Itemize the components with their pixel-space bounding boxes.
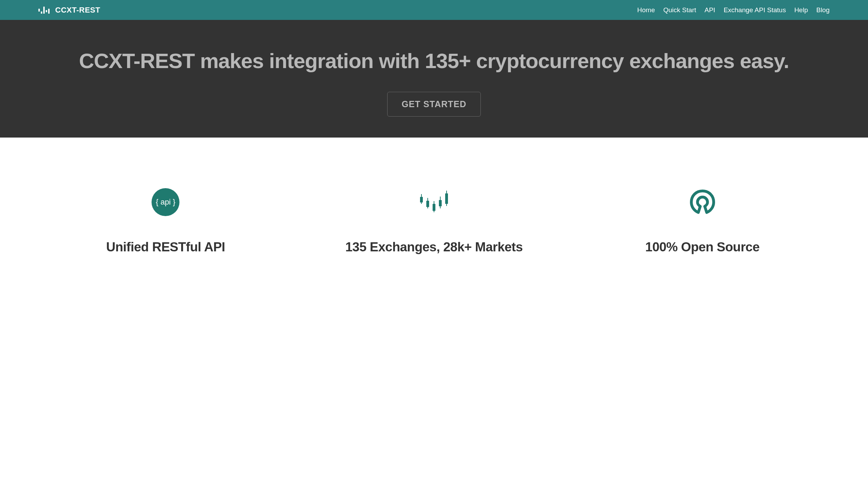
feature-title: Unified RESTful API: [38, 239, 293, 256]
feature-unified-api: { api } Unified RESTful API: [38, 186, 293, 256]
feature-title: 135 Exchanges, 28k+ Markets: [307, 239, 561, 256]
brand-name: CCXT-REST: [55, 6, 100, 15]
api-icon: { api }: [38, 186, 293, 218]
nav-link-blog[interactable]: Blog: [816, 6, 830, 14]
logo-icon: [38, 7, 50, 14]
nav-links: Home Quick Start API Exchange API Status…: [637, 6, 830, 14]
navbar-brand[interactable]: CCXT-REST: [38, 6, 100, 15]
nav-link-help[interactable]: Help: [794, 6, 808, 14]
hero-title: CCXT-REST makes integration with 135+ cr…: [38, 44, 830, 78]
feature-exchanges: 135 Exchanges, 28k+ Markets: [307, 186, 561, 256]
candlestick-icon: [307, 186, 561, 218]
nav-link-home[interactable]: Home: [637, 6, 655, 14]
hero-section: CCXT-REST makes integration with 135+ cr…: [0, 20, 868, 138]
features-section: { api } Unified RESTful API: [0, 138, 868, 256]
nav-link-quick-start[interactable]: Quick Start: [663, 6, 696, 14]
feature-title: 100% Open Source: [575, 239, 830, 256]
nav-link-api[interactable]: API: [705, 6, 715, 14]
get-started-button[interactable]: GET STARTED: [387, 92, 481, 117]
nav-link-exchange-api-status[interactable]: Exchange API Status: [723, 6, 786, 14]
navbar: CCXT-REST Home Quick Start API Exchange …: [0, 0, 868, 20]
feature-open-source: 100% Open Source: [575, 186, 830, 256]
opensource-icon: [575, 186, 830, 218]
